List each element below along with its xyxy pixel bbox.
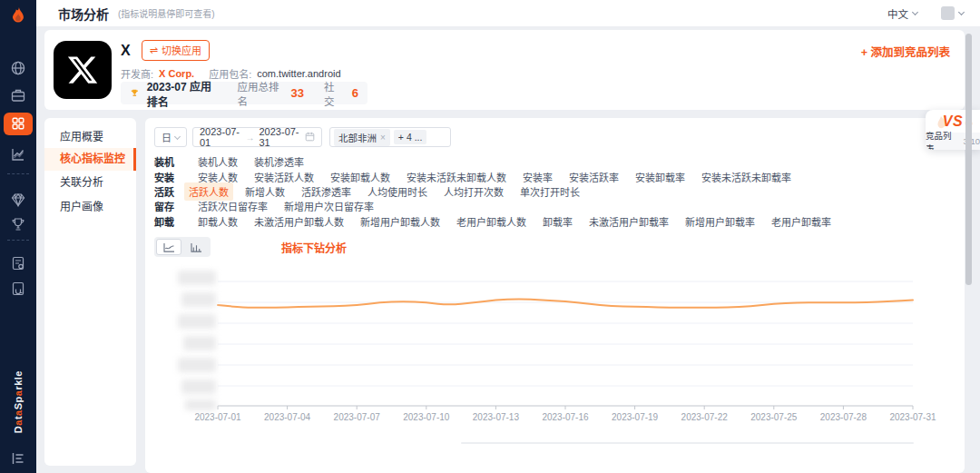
metric-item[interactable]: 安装卸载率 <box>635 170 685 184</box>
menu-item-association-analysis[interactable]: 关联分析 <box>44 172 136 192</box>
svg-text:2023-07-01: 2023-07-01 <box>194 412 241 422</box>
region-more-tag[interactable]: + 4 ... <box>394 130 427 144</box>
sidebar-divider <box>7 240 29 241</box>
redacted-y-axis-label <box>178 314 216 329</box>
metric-item[interactable]: 新增用户卸载率 <box>685 214 755 229</box>
metric-item[interactable]: 未激活用户卸载率 <box>589 214 669 229</box>
date-end: 2023-07-31 <box>260 126 301 148</box>
chart-canvas: 2023-07-012023-07-042023-07-072023-07-10… <box>145 263 965 436</box>
svg-text:2023-07-13: 2023-07-13 <box>473 412 520 422</box>
datasparkle-brand: DataSparkle <box>13 370 24 433</box>
report-icon[interactable] <box>10 255 26 271</box>
redacted-y-axis-label <box>181 379 216 394</box>
svg-text:2023-07-07: 2023-07-07 <box>334 412 381 422</box>
chart-type-toggle <box>154 237 211 257</box>
svg-text:2023-07-16: 2023-07-16 <box>542 412 589 422</box>
metric-item[interactable]: 活跃渗透率 <box>301 184 351 199</box>
redacted-y-axis-label <box>185 399 216 410</box>
metric-category-label: 活跃 <box>154 184 181 199</box>
metric-row: 卸载卸载人数未激活用户卸载人数新增用户卸载人数老用户卸载人数卸载率未激活用户卸载… <box>154 214 953 229</box>
metric-item[interactable]: 安装活跃人数 <box>254 170 314 184</box>
metric-row: 活跃活跃人数新增人数活跃渗透率人均使用时长人均打开次数单次打开时长 <box>154 184 953 199</box>
bar-chart-toggle-button[interactable] <box>183 239 209 255</box>
metric-line-chart: 2023-07-012023-07-042023-07-072023-07-10… <box>145 263 965 445</box>
metric-item[interactable]: 未激活用户卸载人数 <box>254 214 344 229</box>
svg-text:2023-07-19: 2023-07-19 <box>612 412 659 422</box>
date-start: 2023-07-01 <box>200 126 241 148</box>
app-sidebar: DataSparkle <box>0 0 36 473</box>
app-info-card: X ⇌ 切换应用 开发商: X Corp. 应用包名: com.twitter.… <box>44 30 965 110</box>
menu-item-app-overview[interactable]: 应用概要 <box>44 127 136 147</box>
calendar-icon <box>305 132 315 143</box>
line-chart-toggle-button[interactable] <box>156 239 181 255</box>
svg-text:2023-07-28: 2023-07-28 <box>820 412 867 422</box>
metric-category-label: 留存 <box>154 199 181 213</box>
metric-row: 装机装机人数装机渗透率 <box>154 154 953 169</box>
metric-item[interactable]: 活跃次日留存率 <box>198 199 268 213</box>
metric-category-label: 装机 <box>154 154 181 169</box>
trophy-rank-icon <box>130 87 140 99</box>
category-rank-label: 社交 <box>324 79 341 108</box>
globe-icon[interactable] <box>10 60 26 76</box>
vertical-scrollbar[interactable] <box>965 34 972 285</box>
metric-item[interactable]: 安装未活跃未卸载率 <box>701 170 791 184</box>
total-rank-value: 33 <box>291 86 304 100</box>
app-name: X <box>121 43 131 59</box>
metric-item[interactable]: 卸载人数 <box>198 214 238 229</box>
apps-grid-icon[interactable] <box>10 115 26 132</box>
gem-icon[interactable] <box>10 192 26 208</box>
trend-chart-icon[interactable] <box>10 146 26 163</box>
metric-item[interactable]: 安装未活跃未卸载人数 <box>407 170 506 184</box>
switch-app-button[interactable]: ⇌ 切换应用 <box>142 40 210 61</box>
metric-item[interactable]: 安装率 <box>523 170 553 184</box>
x-logo-icon <box>66 54 99 86</box>
region-multiselect[interactable]: 北部非洲× + 4 ... <box>329 127 451 147</box>
metric-item[interactable]: 人均使用时长 <box>368 184 427 199</box>
saved-report-icon[interactable] <box>10 281 26 297</box>
menu-item-user-portrait[interactable]: 用户画像 <box>44 197 136 217</box>
top-header: 市场分析 (指标说明悬停即可查看) 中文 <box>36 0 980 27</box>
add-to-competitors-button[interactable]: + 添加到竞品列表 <box>861 43 950 60</box>
menu-item-core-metrics[interactable]: 核心指标监控 <box>44 148 136 171</box>
metric-category-label: 安装 <box>154 170 181 184</box>
metric-item[interactable]: 单次打开时长 <box>520 184 580 199</box>
briefcase-icon[interactable] <box>10 87 26 103</box>
metric-item[interactable]: 安装卸载人数 <box>330 170 390 184</box>
metric-category-label: 卸载 <box>154 214 181 229</box>
metric-item[interactable]: 新增用户卸载人数 <box>360 214 440 229</box>
avatar <box>941 6 955 20</box>
vs-competitor-widget[interactable]: VS 竞品列表 3/10 <box>926 110 980 150</box>
svg-text:2023-07-10: 2023-07-10 <box>403 412 450 422</box>
redacted-y-axis-label <box>181 292 216 307</box>
date-range-arrow: → <box>246 133 255 143</box>
core-metrics-panel: 日 2023-07-01 → 2023-07-31 北部非洲× + 4 ... … <box>145 118 965 473</box>
category-rank-value: 6 <box>352 86 358 100</box>
date-range-picker[interactable]: 2023-07-01 → 2023-07-31 <box>192 127 322 147</box>
metric-item[interactable]: 新增用户次日留存率 <box>284 199 374 213</box>
trophy-icon[interactable] <box>10 216 26 232</box>
region-tag: 北部非洲× <box>334 129 390 146</box>
metric-drilldown-link[interactable]: 指标下钻分析 <box>281 240 347 255</box>
svg-text:2023-07-31: 2023-07-31 <box>889 412 936 422</box>
metric-item[interactable]: 老用户卸载率 <box>771 214 831 229</box>
metric-filter-rows: 装机装机人数装机渗透率安装安装人数安装活跃人数安装卸载人数安装未活跃未卸载人数安… <box>154 154 953 229</box>
metric-item[interactable]: 活跃人数 <box>184 182 233 201</box>
metric-item[interactable]: 卸载率 <box>543 214 573 229</box>
remove-tag-icon[interactable]: × <box>380 133 386 143</box>
language-selector[interactable]: 中文 <box>887 6 917 21</box>
metric-item[interactable]: 老用户卸载人数 <box>456 214 526 229</box>
bar-list-icon[interactable] <box>10 450 26 467</box>
redacted-y-axis-label <box>178 271 216 285</box>
metric-item[interactable]: 新增人数 <box>245 184 285 199</box>
rank-title: 2023-07 应用排名 <box>147 78 218 109</box>
metric-item[interactable]: 安装活跃率 <box>569 170 619 184</box>
user-menu[interactable] <box>941 6 964 20</box>
granularity-select[interactable]: 日 <box>154 127 187 147</box>
swap-icon: ⇌ <box>150 44 158 56</box>
section-menu: 应用概要 核心指标监控 关联分析 用户画像 <box>44 118 136 466</box>
flame-logo-icon[interactable] <box>8 6 28 26</box>
metric-item[interactable]: 人均打开次数 <box>444 184 504 199</box>
chevron-down-icon <box>912 9 918 15</box>
metric-item[interactable]: 装机人数 <box>198 154 238 169</box>
metric-item[interactable]: 装机渗透率 <box>254 154 304 169</box>
